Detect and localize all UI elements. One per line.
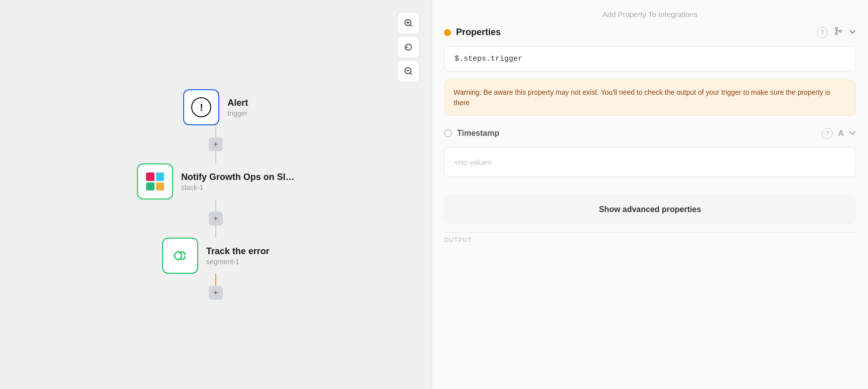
svg-line-6	[410, 73, 412, 75]
show-advanced-button[interactable]: Show advanced properties	[444, 195, 856, 224]
segment-node-info: Track the error segment-1	[206, 246, 269, 266]
timestamp-header-left: Timestamp	[444, 129, 499, 138]
properties-status-dot	[444, 29, 451, 36]
alert-icon: !	[191, 97, 211, 117]
properties-header-left: Properties	[444, 27, 501, 38]
code-value-box[interactable]: $.steps.trigger	[444, 46, 856, 72]
canvas-controls	[397, 12, 419, 82]
slack-q3	[146, 182, 155, 191]
timestamp-header-right: ? A	[822, 128, 856, 139]
timestamp-header: Timestamp ? A	[444, 128, 856, 139]
code-value-text: $.steps.trigger	[455, 55, 522, 63]
slack-node-subtitle: slack-1	[181, 183, 295, 191]
add-step-button-3[interactable]: +	[209, 286, 223, 300]
warning-text: Warning: Be aware this property may not …	[454, 88, 830, 107]
connector-line-1	[215, 125, 216, 137]
timestamp-radio[interactable]	[444, 129, 452, 137]
segment-node[interactable]: Track the error segment-1	[162, 238, 269, 274]
panel-title: Add Property To Integrations	[603, 10, 698, 19]
warning-box: Warning: Be aware this property may not …	[444, 80, 856, 116]
connector-2: +	[209, 200, 223, 238]
slack-q1	[146, 172, 155, 181]
connector-line-3	[215, 274, 216, 286]
connector-line-1b	[215, 151, 216, 163]
alert-node[interactable]: ! Alert trigger	[183, 89, 248, 125]
no-value-text: <no value>	[455, 158, 492, 166]
properties-header-right: ?	[817, 27, 856, 38]
segment-node-subtitle: segment-1	[206, 258, 269, 266]
output-section: OUTPUT	[444, 232, 856, 248]
properties-title: Properties	[456, 27, 501, 38]
segment-node-icon-wrap	[162, 238, 198, 274]
properties-help-icon[interactable]: ?	[817, 27, 828, 38]
timestamp-section: Timestamp ? A <no value>	[444, 128, 856, 177]
svg-line-3	[410, 25, 412, 27]
timestamp-expand-icon[interactable]	[849, 129, 856, 138]
connector-3: +	[209, 274, 223, 300]
segment-icon	[170, 246, 190, 266]
alert-node-info: Alert trigger	[227, 98, 248, 117]
slack-q4	[156, 182, 165, 191]
alert-node-icon-wrap: !	[183, 89, 219, 125]
panel-header: Add Property To Integrations	[432, 0, 868, 27]
refresh-button[interactable]	[397, 36, 419, 58]
slack-node-info: Notify Growth Ops on Sl… slack-1	[181, 172, 295, 191]
properties-section-header: Properties ?	[444, 27, 856, 38]
slack-icon	[145, 171, 165, 191]
connector-1: +	[209, 125, 223, 163]
properties-expand-icon[interactable]	[849, 28, 856, 37]
right-panel: Add Property To Integrations Properties …	[431, 0, 868, 389]
no-value-box[interactable]: <no value>	[444, 147, 856, 177]
branch-icon[interactable]	[834, 27, 843, 38]
slack-node-icon-wrap	[137, 163, 173, 200]
timestamp-help-icon[interactable]: ?	[822, 128, 833, 139]
slack-q2	[156, 172, 165, 181]
connector-line-2b	[215, 226, 216, 238]
timestamp-title: Timestamp	[457, 129, 499, 138]
zoom-out-button[interactable]	[397, 60, 419, 82]
add-step-button-2[interactable]: +	[209, 212, 223, 226]
canvas-panel: ! Alert trigger + No	[0, 0, 431, 389]
slack-node[interactable]: Notify Growth Ops on Sl… slack-1	[137, 163, 295, 200]
segment-node-title: Track the error	[206, 246, 269, 257]
alert-node-title: Alert	[227, 98, 248, 108]
output-label: OUTPUT	[444, 233, 856, 248]
timestamp-type-icon: A	[838, 129, 844, 138]
alert-node-subtitle: trigger	[227, 109, 248, 117]
panel-content: Properties ?	[432, 27, 868, 389]
slack-node-title: Notify Growth Ops on Sl…	[181, 172, 295, 182]
zoom-in-button[interactable]	[397, 12, 419, 34]
workflow-container: ! Alert trigger + No	[137, 89, 295, 300]
connector-line-2	[215, 200, 216, 212]
add-step-button-1[interactable]: +	[209, 137, 223, 151]
